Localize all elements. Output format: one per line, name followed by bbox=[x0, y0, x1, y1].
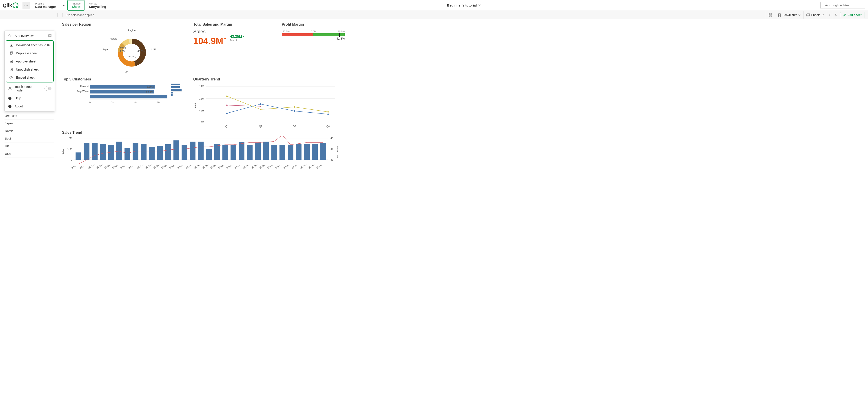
chevron-down-icon bbox=[62, 4, 65, 7]
dashboard: Sales per Region Region 45.5% 26.9% 11.3… bbox=[58, 19, 868, 177]
svg-rect-112 bbox=[304, 144, 310, 160]
menu-item-label: Duplicate sheet bbox=[16, 52, 38, 55]
edit-sheet-button[interactable]: Edit sheet bbox=[840, 12, 864, 18]
menu-item-label: Embed sheet bbox=[16, 76, 35, 79]
svg-text:2014...: 2014... bbox=[299, 163, 307, 170]
region-option[interactable]: Spain bbox=[4, 135, 54, 143]
svg-text:9.9%: 9.9% bbox=[120, 46, 126, 49]
region-option[interactable]: Nordic bbox=[4, 127, 54, 135]
nav-narrate[interactable]: Narrate Storytelling bbox=[85, 0, 110, 10]
svg-rect-106 bbox=[255, 143, 261, 160]
svg-text:2012...: 2012... bbox=[136, 163, 144, 170]
assets-grid-button[interactable] bbox=[766, 11, 775, 19]
menu-duplicate[interactable]: Duplicate sheet bbox=[6, 49, 53, 57]
menu-touch-mode[interactable]: Touch screen mode bbox=[5, 83, 55, 94]
menu-app-overview[interactable]: App overview bbox=[5, 32, 55, 40]
sales-per-region-chart[interactable]: Sales per Region Region 45.5% 26.9% 11.3… bbox=[62, 23, 188, 75]
region-option[interactable]: Germany bbox=[4, 112, 54, 120]
chart-title: Sales Trend bbox=[62, 130, 345, 134]
svg-rect-95 bbox=[165, 144, 171, 160]
svg-rect-114 bbox=[320, 143, 326, 160]
pencil-icon bbox=[843, 13, 846, 17]
menu-unpublish[interactable]: Unpublish sheet bbox=[6, 65, 53, 73]
svg-text:Nordic: Nordic bbox=[110, 37, 117, 40]
svg-rect-110 bbox=[288, 145, 293, 160]
sales-trend-chart[interactable]: Sales Trend Sales Margin (%) 5M 2.5M 0 4… bbox=[62, 130, 345, 173]
svg-rect-101 bbox=[214, 144, 220, 160]
grid-icon bbox=[769, 13, 772, 17]
total-sales-kpi[interactable]: Total Sales and Margin Sales 104.9M ▾ 43… bbox=[193, 23, 276, 75]
chart-title: Profit Margin bbox=[282, 23, 345, 27]
nav-prepare[interactable]: Prepare Data manager bbox=[31, 0, 60, 10]
global-menu-panel: App overview Download sheet as PDF Dupli… bbox=[4, 31, 55, 112]
svg-rect-44 bbox=[171, 84, 180, 85]
qt-svg: Sales 14M 12M 10M 8M Q1 Q2 Q3 Q4 bbox=[193, 83, 337, 128]
svg-text:Q3: Q3 bbox=[293, 125, 296, 128]
insight-search[interactable] bbox=[820, 2, 865, 9]
svg-text:Region: Region bbox=[128, 29, 136, 32]
svg-text:0: 0 bbox=[89, 101, 91, 104]
svg-text:2013...: 2013... bbox=[226, 163, 234, 170]
profit-margin-gauge[interactable]: Profit Margin -50.0% 0.0% 50.0% 41.3% bbox=[282, 23, 345, 75]
svg-rect-5 bbox=[769, 13, 770, 14]
donut-svg: Region 45.5% 26.9% 11.3% 9.9% USA UK bbox=[82, 28, 167, 75]
svg-text:2013...: 2013... bbox=[210, 163, 217, 170]
quarterly-trend-chart[interactable]: Quarterly Trend Sales 14M 12M 10M 8M Q1 … bbox=[193, 77, 345, 128]
open-new-tab-icon[interactable] bbox=[48, 34, 52, 38]
kpi-margin-label: Margin bbox=[230, 39, 239, 42]
download-icon bbox=[9, 43, 13, 47]
selection-tool-icon[interactable] bbox=[58, 13, 62, 17]
sheets-button[interactable]: Sheets bbox=[803, 11, 827, 19]
svg-point-68 bbox=[260, 105, 261, 107]
bookmarks-button[interactable]: Bookmarks bbox=[775, 11, 803, 19]
svg-text:2013...: 2013... bbox=[185, 163, 193, 170]
svg-text:2012...: 2012... bbox=[79, 163, 87, 170]
nav-prepare-dropdown[interactable] bbox=[60, 0, 67, 10]
svg-rect-45 bbox=[171, 86, 180, 88]
svg-text:12M: 12M bbox=[199, 97, 204, 100]
menu-approve[interactable]: Approve sheet bbox=[6, 57, 53, 65]
svg-point-0 bbox=[25, 5, 25, 6]
menu-embed[interactable]: Embed sheet bbox=[6, 73, 53, 82]
svg-text:PageWave: PageWave bbox=[76, 90, 89, 93]
svg-text:USA: USA bbox=[151, 48, 157, 51]
svg-text:5M: 5M bbox=[69, 137, 72, 140]
prev-sheet-button[interactable] bbox=[827, 11, 833, 19]
nav-narrate-main: Storytelling bbox=[89, 5, 106, 8]
svg-text:2013...: 2013... bbox=[177, 163, 185, 170]
region-option[interactable]: Japan bbox=[4, 120, 54, 127]
menu-about[interactable]: i About bbox=[5, 102, 55, 110]
kpi-sales-value: 104.9M bbox=[193, 36, 223, 46]
svg-rect-7 bbox=[769, 15, 770, 17]
svg-rect-99 bbox=[198, 142, 204, 160]
global-menu-button[interactable] bbox=[23, 2, 30, 9]
svg-text:2014...: 2014... bbox=[267, 163, 274, 170]
svg-text:10M: 10M bbox=[199, 110, 204, 112]
svg-text:6M: 6M bbox=[157, 101, 160, 104]
touch-toggle[interactable] bbox=[45, 87, 52, 90]
svg-point-63 bbox=[226, 95, 228, 97]
menu-item-label: Download sheet as PDF bbox=[16, 43, 50, 47]
region-option[interactable]: USA bbox=[4, 150, 54, 158]
svg-rect-15 bbox=[10, 60, 12, 63]
insight-search-input[interactable] bbox=[825, 4, 863, 7]
svg-point-67 bbox=[226, 104, 228, 106]
svg-rect-6 bbox=[771, 13, 772, 14]
top5-customers-chart[interactable]: Top 5 Customers Paracel 5.69M PageWave 5… bbox=[62, 77, 188, 128]
svg-rect-97 bbox=[182, 145, 187, 160]
menu-download-pdf[interactable]: Download sheet as PDF bbox=[6, 41, 53, 49]
trend-svg: Sales Margin (%) 5M 2.5M 0 46 41 36 2012… bbox=[62, 136, 338, 172]
chevron-down-icon bbox=[798, 14, 801, 16]
svg-text:36: 36 bbox=[331, 158, 333, 161]
next-sheet-button[interactable] bbox=[833, 11, 839, 19]
svg-rect-46 bbox=[171, 89, 182, 91]
trend-down-icon: ▾ bbox=[224, 36, 226, 41]
app-title[interactable]: Beginner's tutorial bbox=[110, 0, 818, 10]
more-icon bbox=[24, 4, 28, 7]
nav-analyze[interactable]: Analyze Sheet bbox=[67, 0, 85, 10]
top5-minimap[interactable] bbox=[171, 83, 182, 98]
info-icon: i bbox=[8, 104, 12, 108]
menu-help[interactable]: ? Help bbox=[5, 94, 55, 102]
svg-rect-33 bbox=[90, 85, 155, 89]
region-option[interactable]: UK bbox=[4, 143, 54, 150]
